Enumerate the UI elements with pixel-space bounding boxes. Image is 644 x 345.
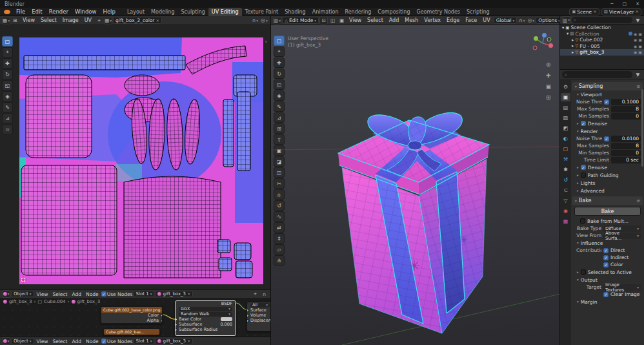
maximize-button[interactable]: ▢	[623, 1, 627, 6]
outliner-row-scene-collection[interactable]: ▾ ▣ Scene Collection	[560, 25, 644, 31]
subpanel-selected-to-active[interactable]: ▸ Selected to Active	[571, 268, 644, 276]
options-dropdown[interactable]: Options▾	[536, 17, 559, 24]
volume-input-socket[interactable]	[247, 314, 249, 317]
subpanel-r-denoise[interactable]: ▸ ✓ Denoise	[571, 163, 644, 171]
viewport-editor-type-button[interactable]: ▥ ▾	[273, 17, 281, 25]
outliner-row-fu005[interactable]: ▸ ▽ FU - 005 ◉▣	[560, 43, 644, 50]
tab-material[interactable]: ◉	[561, 207, 570, 215]
uv-sidebar-collapse-icon[interactable]: ‹	[265, 38, 267, 45]
r-max-samples-field[interactable]: 8	[611, 143, 641, 149]
scene-selector[interactable]: ▣ Scene ×	[569, 8, 599, 16]
outliner-editor-type-button[interactable]: ▥ ▾	[562, 16, 570, 24]
image-browse-button[interactable]: ▦ ▾	[104, 17, 112, 25]
eye-icon[interactable]: ◉	[634, 37, 637, 42]
panel-bake[interactable]: ▾Bake ≡	[572, 196, 643, 205]
subpanel-viewport[interactable]: ▾Viewport	[571, 90, 644, 98]
r-noise-field[interactable]: 0.0100	[611, 136, 641, 142]
image-unlink-icon[interactable]: ×	[156, 18, 159, 23]
workspace-tab-compositing[interactable]: Compositing	[374, 8, 413, 16]
blender-logo-icon[interactable]	[4, 10, 10, 14]
material-slot-2-dropdown[interactable]: Slot 1▾	[134, 338, 155, 344]
uv-menu-image[interactable]: Image	[60, 17, 81, 25]
outliner-row-cube002[interactable]: ▸ ▽ Cube.002 ◉▣	[560, 37, 644, 43]
tab-render[interactable]: ▣	[561, 93, 570, 101]
shader-menu-select[interactable]: Select	[50, 290, 69, 298]
vertex-select-button[interactable]: ⊡	[319, 17, 328, 25]
tab-object-data[interactable]: ▽	[561, 196, 570, 205]
tab-texture[interactable]: ▦	[561, 217, 570, 225]
tab-constraints[interactable]: ⊂	[561, 186, 570, 194]
use-nodes-2-checkbox[interactable]: ✓	[101, 339, 106, 344]
node-principled-bsdf[interactable]: BSDF GGX▾ Random Walk▾ Base Color Subsur…	[175, 300, 236, 336]
face-select-button[interactable]: ▣	[337, 17, 346, 25]
camera-icon[interactable]: ▣	[638, 32, 642, 36]
workspace-tab-modeling[interactable]: Modeling	[148, 8, 177, 16]
time-limit-field[interactable]: 0 sec	[611, 157, 641, 163]
uv-tool-select-box[interactable]: ▢	[2, 36, 13, 47]
shader-menu-node[interactable]: Node	[84, 290, 101, 298]
use-nodes-checkbox[interactable]: ✓	[101, 291, 106, 297]
uv-tool-relax[interactable]: ≈	[2, 124, 13, 134]
workspace-tab-texture-paint[interactable]: Texture Paint	[242, 8, 282, 16]
workspace-tab-shading[interactable]: Shading	[281, 8, 309, 16]
uv-tool-move[interactable]: ✚	[2, 58, 13, 68]
subpanel-path-guiding[interactable]: ▸ Path Guiding	[571, 171, 644, 179]
vp-menu-edge[interactable]: Edge	[444, 17, 462, 25]
material-selector-2[interactable]: gift_box_3 ×	[155, 338, 193, 344]
displacement-input-socket[interactable]	[247, 319, 249, 322]
vp-noise-checkbox[interactable]: ✓	[604, 99, 609, 105]
subpanel-margin[interactable]: ▾Margin	[571, 298, 644, 306]
shader-2-menu-view[interactable]: View	[35, 337, 50, 345]
subpanel-advanced[interactable]: ▸Advanced	[571, 187, 644, 194]
arrow-right-icon[interactable]: ▸	[572, 43, 574, 48]
shader-menu-add[interactable]: Add	[70, 290, 84, 298]
camera-icon[interactable]: ▣	[638, 44, 642, 48]
workspace-tab-animation[interactable]: Animation	[309, 8, 342, 16]
uv-snap-button[interactable]: ∩▾	[251, 17, 259, 25]
material-slot-dropdown[interactable]: Slot 1▾	[134, 291, 155, 297]
workspace-tab-uv-editing[interactable]: UV Editing	[208, 8, 242, 16]
scene-unlink-icon[interactable]: ×	[593, 9, 596, 14]
vp-denoise-checkbox[interactable]: ✓	[581, 121, 586, 126]
camera-icon[interactable]: ▣	[638, 37, 642, 42]
mode-selector[interactable]: △ Edit Mode ▾	[282, 17, 319, 24]
vp-proportional-button[interactable]: ◎▾	[527, 17, 535, 25]
vp-snap-button[interactable]: ∩▾	[518, 17, 526, 25]
transform-orientation-selector[interactable]: Global▾	[494, 17, 518, 24]
selected-to-active-checkbox[interactable]	[581, 269, 586, 275]
bake-from-multires-checkbox[interactable]	[580, 218, 585, 224]
vp-menu-mesh[interactable]: Mesh	[402, 17, 421, 25]
edge-select-button[interactable]: ◫	[328, 17, 337, 25]
shader-pin-icon[interactable]: ⌖	[251, 290, 259, 298]
uv-editor-type-button[interactable]: ▦ ▾	[2, 17, 10, 25]
uv-display-toggle-icon[interactable]: ⊞	[11, 17, 19, 25]
subpanel-lights[interactable]: ▸Lights	[571, 179, 644, 187]
base-color-input-socket[interactable]	[175, 318, 177, 321]
output-target-dropdown[interactable]: All▾	[250, 303, 270, 308]
uv-menu-view[interactable]: View	[20, 17, 37, 25]
color-output-socket[interactable]	[161, 314, 163, 317]
chevron-down-icon[interactable]: ▾	[567, 31, 569, 36]
close-button[interactable]: ✕	[636, 1, 639, 6]
arrow-right-icon[interactable]: ▸	[572, 37, 574, 43]
shader-snap-icon[interactable]: ∩	[260, 290, 268, 298]
color-checkbox[interactable]: ✓	[603, 262, 609, 267]
properties-search-input[interactable]: ⌕	[562, 71, 632, 78]
uv-texture-canvas[interactable]	[19, 37, 263, 284]
shader-menu-view[interactable]: View	[35, 290, 50, 298]
uv-tool-transform[interactable]: ◈	[2, 91, 13, 101]
vp-noise-field[interactable]: 0.1000	[611, 99, 641, 105]
direct-checkbox[interactable]: ✓	[603, 248, 609, 253]
properties-scrollbar[interactable]	[641, 89, 643, 167]
uv-tool-rotate[interactable]: ↻	[2, 69, 13, 79]
tab-output[interactable]: ▤	[561, 103, 570, 112]
uv-menu-uv[interactable]: UV	[82, 17, 94, 25]
tab-tool[interactable]: ⚙	[561, 83, 570, 91]
view-from-dropdown[interactable]: Above Surfa...▾	[603, 233, 641, 239]
uv-menu-select[interactable]: Select	[38, 17, 59, 25]
outliner-row-collection[interactable]: ▾ ▤ Collection ◉▣	[560, 31, 644, 37]
panel-sampling[interactable]: ▾Sampling ≡	[572, 82, 643, 90]
node-image-texture-2-title[interactable]: Cube.gift.002_bas...	[104, 329, 159, 335]
gift-box-mesh[interactable]	[271, 25, 559, 345]
collection-checkbox[interactable]	[629, 32, 632, 36]
